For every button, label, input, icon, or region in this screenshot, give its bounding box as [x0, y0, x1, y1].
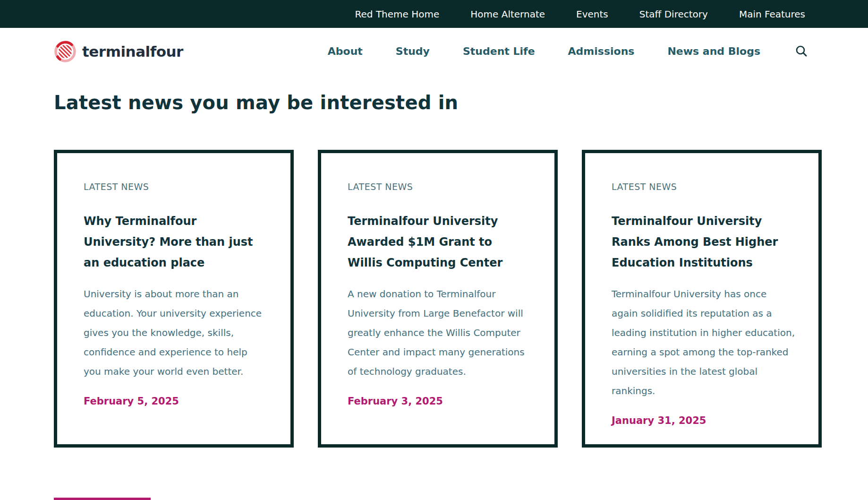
- utility-link-events[interactable]: Events: [576, 9, 608, 20]
- brand-home-link[interactable]: terminalfour: [54, 40, 183, 63]
- card-eyebrow-label: LATEST NEWS: [84, 181, 267, 192]
- news-card-title-link[interactable]: Terminalfour University Awarded $1M Gran…: [348, 211, 531, 273]
- search-button[interactable]: [793, 43, 809, 60]
- site-header: terminalfour About Study Student Life Ad…: [0, 28, 868, 75]
- utility-nav: Red Theme Home Home Alternate Events Sta…: [355, 9, 805, 20]
- nav-link-student-life[interactable]: Student Life: [463, 45, 535, 57]
- news-card-date: January 31, 2025: [612, 415, 795, 426]
- card-eyebrow-label: LATEST NEWS: [348, 181, 531, 192]
- page-title: Latest news you may be interested in: [54, 91, 822, 114]
- utility-link-main-features[interactable]: Main Features: [739, 9, 805, 20]
- news-card: LATEST NEWS Why Terminalfour University?…: [54, 150, 294, 448]
- utility-bar: Red Theme Home Home Alternate Events Sta…: [0, 0, 868, 28]
- nav-link-admissions[interactable]: Admissions: [568, 45, 635, 57]
- news-section: Latest news you may be interested in LAT…: [54, 91, 822, 500]
- search-icon: [794, 44, 808, 59]
- nav-link-study[interactable]: Study: [396, 45, 430, 57]
- view-more-button-partial[interactable]: [54, 498, 151, 500]
- news-card: LATEST NEWS Terminalfour University Rank…: [582, 150, 822, 448]
- news-card-summary: A new donation to Terminalfour Universit…: [348, 284, 531, 381]
- brand-wordmark: terminalfour: [82, 43, 183, 60]
- nav-link-about[interactable]: About: [328, 45, 363, 57]
- news-card-date: February 3, 2025: [348, 396, 531, 407]
- utility-link-red-theme-home[interactable]: Red Theme Home: [355, 9, 440, 20]
- nav-link-news-and-blogs[interactable]: News and Blogs: [667, 45, 760, 57]
- news-card-summary: University is about more than an educati…: [84, 284, 267, 381]
- utility-link-staff-directory[interactable]: Staff Directory: [639, 9, 708, 20]
- news-card-title-link[interactable]: Terminalfour University Ranks Among Best…: [612, 211, 795, 273]
- news-card-grid: LATEST NEWS Why Terminalfour University?…: [54, 150, 822, 448]
- news-card-summary: Terminalfour University has once again s…: [612, 284, 795, 401]
- news-card-title-link[interactable]: Why Terminalfour University? More than j…: [84, 211, 267, 273]
- news-card-date: February 5, 2025: [84, 396, 267, 407]
- main-nav: About Study Student Life Admissions News…: [328, 43, 822, 60]
- card-eyebrow-label: LATEST NEWS: [612, 181, 795, 192]
- utility-link-home-alternate[interactable]: Home Alternate: [470, 9, 545, 20]
- news-card: LATEST NEWS Terminalfour University Awar…: [318, 150, 558, 448]
- brand-logo-icon: [54, 40, 77, 63]
